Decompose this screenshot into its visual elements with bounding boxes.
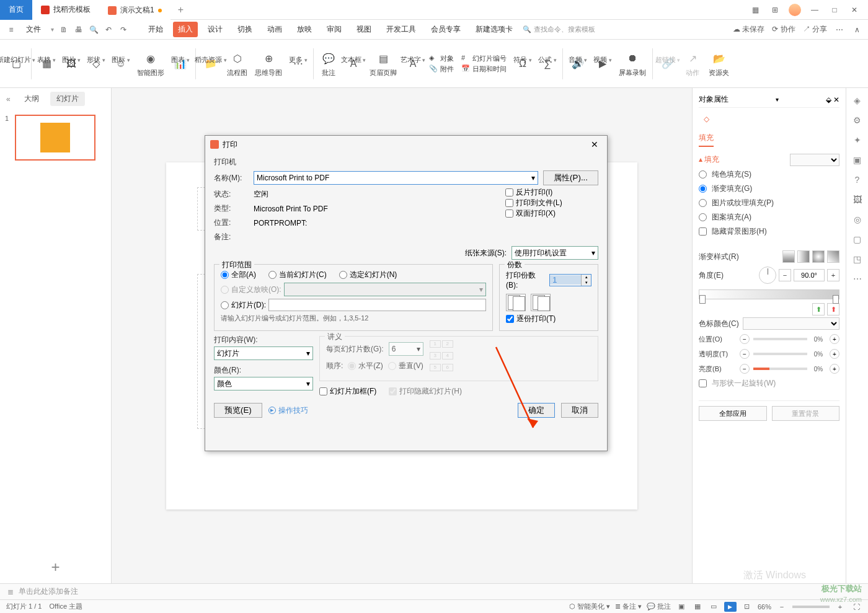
slideshow-button[interactable]: ▶: [724, 602, 737, 612]
color-select[interactable]: 颜色▾: [214, 377, 313, 390]
ribbon-wordart[interactable]: A艺术字: [401, 53, 425, 75]
gradient-stop[interactable]: [833, 295, 839, 304]
zoom-value[interactable]: 66%: [758, 603, 771, 611]
solid-fill-radio[interactable]: [699, 170, 707, 179]
bright-slider[interactable]: [753, 368, 807, 370]
print-icon[interactable]: 🖶: [74, 25, 84, 35]
ribbon-resource[interactable]: 📁稻壳资源: [198, 53, 223, 75]
reset-bg-button[interactable]: 重置背景: [772, 406, 840, 421]
dialog-close-button[interactable]: ✕: [587, 138, 602, 151]
fill-preset-select[interactable]: [790, 154, 839, 166]
gradient-stop[interactable]: [699, 295, 706, 304]
menu-newtab[interactable]: 新建选项卡: [471, 22, 518, 37]
close-button[interactable]: ✕: [846, 2, 863, 17]
menu-hamburger-icon[interactable]: ≡: [6, 25, 16, 35]
bright-increase[interactable]: +: [830, 364, 839, 374]
tab-home[interactable]: 首页: [0, 0, 32, 20]
apply-all-button[interactable]: 全部应用: [699, 406, 767, 421]
ribbon-shape[interactable]: ◇形状: [84, 53, 108, 75]
copies-up[interactable]: ▴: [581, 275, 591, 280]
tab-add[interactable]: +: [170, 4, 191, 15]
outline-tab-slides[interactable]: 幻灯片: [50, 92, 85, 106]
angle-decrease[interactable]: −: [779, 269, 791, 281]
copies-down[interactable]: ▾: [581, 280, 591, 286]
trans-slider[interactable]: [753, 353, 807, 355]
paper-source-select[interactable]: 使用打印机设置▾: [512, 246, 598, 260]
tips-link[interactable]: ▶操作技巧: [268, 405, 308, 416]
ribbon-new-slide[interactable]: ▢新建幻灯片: [4, 53, 29, 75]
preview-button[interactable]: 预览(E): [214, 403, 262, 418]
ribbon-image[interactable]: 🖼图片: [59, 53, 84, 75]
ribbon-video[interactable]: ▶视频: [590, 53, 615, 75]
dialog-titlebar[interactable]: 打印 ✕: [205, 136, 607, 153]
ribbon-action[interactable]: ↗动作: [680, 47, 705, 80]
menu-start[interactable]: 开始: [143, 22, 168, 37]
ribbon-more[interactable]: ⋯更多: [286, 53, 311, 75]
remove-stop-icon[interactable]: ⬆: [827, 303, 839, 315]
sidebar-image-icon[interactable]: 🖼: [851, 193, 864, 206]
print-to-file-checkbox[interactable]: [505, 199, 513, 207]
ribbon-comment[interactable]: 💬批注: [316, 47, 341, 80]
collapse-ribbon-icon[interactable]: ∧: [852, 25, 862, 35]
collapse-outline-icon[interactable]: «: [6, 95, 11, 104]
angle-increase[interactable]: +: [827, 269, 839, 281]
pattern-fill-radio[interactable]: [699, 213, 707, 221]
tab-document[interactable]: 演示文稿1: [99, 0, 170, 20]
duplex-checkbox[interactable]: [505, 209, 513, 218]
ribbon-smart[interactable]: ◉智能图形: [133, 47, 168, 80]
save-icon[interactable]: 🗎: [59, 25, 69, 35]
range-slides-radio[interactable]: [221, 301, 229, 309]
comments-toggle[interactable]: 💬 批注: [647, 602, 671, 611]
preview-icon[interactable]: 🔍: [89, 25, 99, 35]
gradient-style-swatch[interactable]: [782, 250, 795, 263]
sidebar-design-icon[interactable]: ◈: [851, 94, 864, 107]
unsaved-indicator[interactable]: ☁ 未保存: [733, 24, 764, 35]
sidebar-square-icon[interactable]: ▢: [851, 233, 864, 245]
rotate-with-shape-checkbox[interactable]: [699, 379, 707, 387]
ribbon-formula[interactable]: ∑公式: [535, 53, 560, 75]
add-slide-button[interactable]: +: [0, 551, 111, 583]
pos-increase[interactable]: +: [830, 334, 839, 344]
view-reading-icon[interactable]: ▭: [708, 601, 719, 612]
ribbon-table[interactable]: ▦表格: [34, 53, 59, 75]
reverse-print-checkbox[interactable]: [505, 188, 513, 196]
ribbon-textbox[interactable]: A文本框: [341, 53, 366, 75]
cancel-button[interactable]: 取消: [561, 403, 598, 418]
range-all-radio[interactable]: [221, 271, 229, 279]
zoom-out-icon[interactable]: −: [776, 601, 787, 612]
pos-decrease[interactable]: −: [740, 334, 750, 344]
gradient-style-swatch[interactable]: [812, 250, 825, 263]
slides-range-input[interactable]: [268, 299, 486, 311]
printer-properties-button[interactable]: 属性(P)...: [543, 170, 598, 185]
avatar[interactable]: [786, 2, 804, 17]
frame-checkbox[interactable]: [319, 387, 327, 395]
ribbon-audio[interactable]: 🔊音频: [565, 53, 590, 75]
notes-bar[interactable]: ≣ 单击此处添加备注: [0, 583, 868, 599]
ribbon-screen-record[interactable]: ⏺屏幕录制: [615, 47, 650, 80]
collate-checkbox[interactable]: [506, 315, 514, 323]
range-current-radio[interactable]: [268, 271, 277, 279]
hide-bg-checkbox[interactable]: [699, 227, 707, 236]
range-selection-radio[interactable]: [339, 271, 347, 279]
minimize-button[interactable]: ―: [806, 2, 823, 17]
menu-review[interactable]: 审阅: [322, 22, 347, 37]
picture-fill-radio[interactable]: [699, 199, 707, 207]
zoom-slider[interactable]: [792, 606, 830, 608]
ribbon-header-footer[interactable]: ▤页眉页脚: [366, 47, 401, 80]
view-normal-icon[interactable]: ▣: [676, 601, 687, 612]
gradient-style-swatch[interactable]: [797, 250, 810, 263]
ok-button[interactable]: 确定: [518, 403, 555, 418]
trans-decrease[interactable]: −: [740, 349, 750, 359]
tab-template[interactable]: 找稻壳模板: [32, 0, 99, 20]
bright-decrease[interactable]: −: [740, 364, 750, 374]
copies-input[interactable]: [550, 275, 581, 284]
grid-icon[interactable]: ▦: [746, 2, 764, 17]
gradient-style-swatch[interactable]: [827, 250, 839, 263]
redo-icon[interactable]: ↷: [118, 25, 128, 35]
outline-tab-outline[interactable]: 大纲: [18, 92, 45, 106]
angle-dial[interactable]: [759, 267, 776, 284]
trans-increase[interactable]: +: [830, 349, 839, 359]
pin-icon[interactable]: ⬙: [826, 95, 831, 104]
ribbon-resource-pane[interactable]: 📂资源夹: [705, 47, 733, 80]
sidebar-cube-icon[interactable]: ◳: [851, 253, 864, 265]
